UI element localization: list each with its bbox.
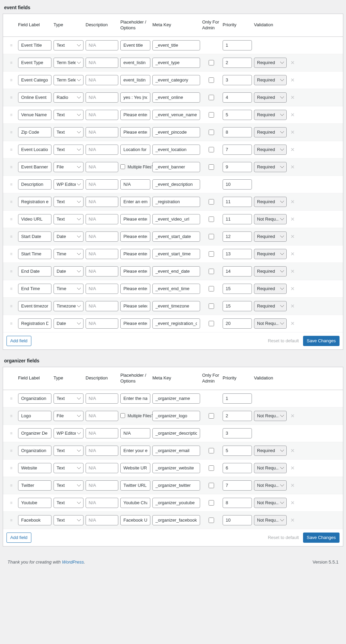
validation-select[interactable]: RequiredNot Requ... bbox=[254, 498, 287, 508]
placeholder-input[interactable] bbox=[120, 197, 150, 207]
field-label-input[interactable] bbox=[18, 480, 51, 491]
drag-handle-icon[interactable]: ≡ bbox=[6, 252, 16, 256]
drag-handle-icon[interactable]: ≡ bbox=[6, 147, 16, 152]
only-for-admin-checkbox[interactable] bbox=[209, 216, 214, 222]
description-input[interactable] bbox=[86, 266, 118, 276]
field-label-input[interactable] bbox=[18, 515, 51, 525]
field-label-input[interactable] bbox=[18, 411, 51, 421]
placeholder-input[interactable] bbox=[120, 266, 150, 276]
placeholder-input[interactable] bbox=[120, 463, 150, 473]
drag-handle-icon[interactable]: ≡ bbox=[6, 483, 16, 488]
drag-handle-icon[interactable]: ≡ bbox=[6, 269, 16, 274]
field-label-input[interactable] bbox=[18, 249, 51, 259]
validation-select[interactable]: RequiredNot Requ... bbox=[254, 515, 287, 525]
only-for-admin-checkbox[interactable] bbox=[209, 413, 214, 419]
delete-row-icon[interactable]: ✕ bbox=[289, 147, 296, 153]
field-label-input[interactable] bbox=[18, 197, 51, 207]
only-for-admin-checkbox[interactable] bbox=[209, 483, 214, 488]
description-input[interactable] bbox=[86, 231, 118, 242]
type-select[interactable]: TextTerm SelectRadioFileWP EditorDateTim… bbox=[54, 75, 84, 85]
only-for-admin-checkbox[interactable] bbox=[209, 251, 214, 257]
validation-select[interactable]: RequiredNot Requ... bbox=[254, 266, 287, 276]
delete-row-icon[interactable]: ✕ bbox=[289, 112, 296, 118]
add-field-button[interactable]: Add field bbox=[6, 336, 31, 346]
field-label-input[interactable] bbox=[18, 393, 51, 404]
validation-select[interactable]: RequiredNot Requ... bbox=[254, 214, 287, 224]
description-input[interactable] bbox=[86, 214, 118, 224]
delete-row-icon[interactable]: ✕ bbox=[289, 465, 296, 471]
delete-row-icon[interactable]: ✕ bbox=[289, 94, 296, 101]
description-input[interactable] bbox=[86, 446, 118, 456]
description-input[interactable] bbox=[86, 145, 118, 155]
placeholder-input[interactable] bbox=[120, 498, 150, 508]
drag-handle-icon[interactable]: ≡ bbox=[6, 321, 16, 326]
validation-select[interactable]: RequiredNot Requ... bbox=[254, 162, 287, 172]
description-input[interactable] bbox=[86, 463, 118, 473]
add-field-button[interactable]: Add field bbox=[6, 533, 31, 543]
field-label-input[interactable] bbox=[18, 231, 51, 242]
validation-select[interactable]: RequiredNot Requ... bbox=[254, 127, 287, 137]
delete-row-icon[interactable]: ✕ bbox=[289, 482, 296, 489]
placeholder-input[interactable] bbox=[120, 214, 150, 224]
drag-handle-icon[interactable]: ≡ bbox=[6, 414, 16, 418]
type-select[interactable]: TextTerm SelectRadioFileWP EditorDateTim… bbox=[54, 162, 84, 172]
validation-select[interactable]: RequiredNot Requ... bbox=[254, 411, 287, 421]
type-select[interactable]: TextTerm SelectRadioFileWP EditorDateTim… bbox=[54, 284, 84, 294]
delete-row-icon[interactable]: ✕ bbox=[289, 448, 296, 454]
wordpress-link[interactable]: WordPress bbox=[62, 559, 84, 565]
description-input[interactable] bbox=[86, 249, 118, 259]
type-select[interactable]: TextTerm SelectRadioFileWP EditorDateTim… bbox=[54, 463, 84, 473]
description-input[interactable] bbox=[86, 40, 118, 50]
field-label-input[interactable] bbox=[18, 162, 51, 172]
delete-row-icon[interactable]: ✕ bbox=[289, 268, 296, 274]
delete-row-icon[interactable]: ✕ bbox=[289, 60, 296, 66]
delete-row-icon[interactable]: ✕ bbox=[289, 234, 296, 240]
only-for-admin-checkbox[interactable] bbox=[209, 286, 214, 291]
validation-select[interactable]: RequiredNot Requ... bbox=[254, 318, 287, 329]
drag-handle-icon[interactable]: ≡ bbox=[6, 396, 16, 401]
drag-handle-icon[interactable]: ≡ bbox=[6, 431, 16, 436]
description-input[interactable] bbox=[86, 428, 118, 438]
validation-select[interactable]: RequiredNot Requ... bbox=[254, 249, 287, 259]
type-select[interactable]: TextTerm SelectRadioFileWP EditorDateTim… bbox=[54, 515, 84, 525]
description-input[interactable] bbox=[86, 162, 118, 172]
placeholder-input[interactable] bbox=[120, 92, 150, 103]
description-input[interactable] bbox=[86, 480, 118, 491]
type-select[interactable]: TextTerm SelectRadioFileWP EditorDateTim… bbox=[54, 231, 84, 242]
type-select[interactable]: TextTerm SelectRadioFileWP EditorDateTim… bbox=[54, 40, 84, 50]
drag-handle-icon[interactable]: ≡ bbox=[6, 199, 16, 204]
placeholder-input[interactable] bbox=[120, 515, 150, 525]
placeholder-input[interactable] bbox=[120, 301, 150, 311]
field-label-input[interactable] bbox=[18, 301, 51, 311]
field-label-input[interactable] bbox=[18, 498, 51, 508]
only-for-admin-checkbox[interactable] bbox=[209, 112, 214, 118]
field-label-input[interactable] bbox=[18, 179, 51, 190]
only-for-admin-checkbox[interactable] bbox=[209, 60, 214, 65]
description-input[interactable] bbox=[86, 197, 118, 207]
drag-handle-icon[interactable]: ≡ bbox=[6, 60, 16, 65]
placeholder-input[interactable] bbox=[120, 75, 150, 85]
only-for-admin-checkbox[interactable] bbox=[209, 164, 214, 170]
delete-row-icon[interactable]: ✕ bbox=[289, 303, 296, 309]
placeholder-input[interactable] bbox=[120, 110, 150, 120]
description-input[interactable] bbox=[86, 284, 118, 294]
multiple-files-checkbox[interactable] bbox=[120, 413, 125, 418]
only-for-admin-checkbox[interactable] bbox=[209, 465, 214, 471]
placeholder-input[interactable] bbox=[120, 145, 150, 155]
placeholder-input[interactable] bbox=[120, 318, 150, 329]
validation-select[interactable]: RequiredNot Requ... bbox=[254, 110, 287, 120]
type-select[interactable]: TextTerm SelectRadioFileWP EditorDateTim… bbox=[54, 127, 84, 137]
validation-select[interactable]: RequiredNot Requ... bbox=[254, 197, 287, 207]
only-for-admin-checkbox[interactable] bbox=[209, 77, 214, 83]
type-select[interactable]: TextTerm SelectRadioFileWP EditorDateTim… bbox=[54, 249, 84, 259]
description-input[interactable] bbox=[86, 110, 118, 120]
placeholder-input[interactable] bbox=[120, 58, 150, 68]
delete-row-icon[interactable]: ✕ bbox=[289, 199, 296, 205]
validation-select[interactable]: RequiredNot Requ... bbox=[254, 92, 287, 103]
type-select[interactable]: TextTerm SelectRadioFileWP EditorDateTim… bbox=[54, 110, 84, 120]
field-label-input[interactable] bbox=[18, 58, 51, 68]
delete-row-icon[interactable]: ✕ bbox=[289, 216, 296, 222]
description-input[interactable] bbox=[86, 58, 118, 68]
only-for-admin-checkbox[interactable] bbox=[209, 234, 214, 239]
only-for-admin-checkbox[interactable] bbox=[209, 321, 214, 326]
